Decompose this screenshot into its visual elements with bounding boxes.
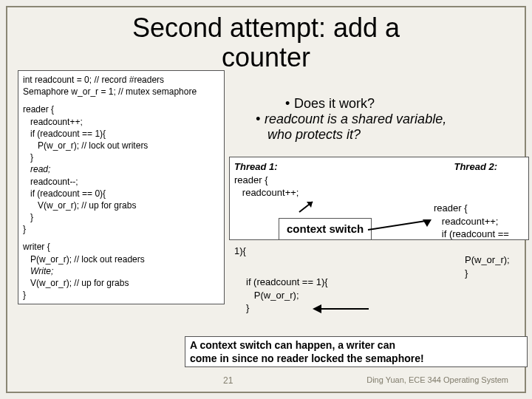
- thread-2-label: Thread 2:: [454, 160, 497, 174]
- slide-frame: Second attempt: add a counter int readco…: [6, 6, 526, 393]
- code-line: }: [23, 289, 219, 301]
- question-2b: who protects it?: [267, 127, 532, 143]
- footer-attribution: Ding Yuan, ECE 344 Operating System: [366, 375, 508, 384]
- svg-marker-3: [423, 219, 432, 227]
- slide-title: Second attempt: add a counter: [7, 7, 525, 72]
- t1-line: }: [246, 301, 328, 315]
- code-line: readcount--;: [23, 176, 219, 188]
- code-line: Write;: [23, 265, 219, 277]
- t1-line: readcount++;: [234, 186, 524, 200]
- thread-2-cont: P(w_or_r); }: [465, 253, 510, 279]
- t2-line: if (readcount ==: [434, 228, 509, 241]
- code-line: read;: [23, 163, 219, 175]
- code-line: if (readcount == 1){: [23, 128, 219, 140]
- thread-2-block: reader { readcount++; if (readcount ==: [434, 202, 509, 241]
- code-line: P(w_or_r); // lock out writers: [23, 140, 219, 151]
- moral-line-2: come in since no reader locked the semap…: [190, 352, 522, 366]
- context-switch-box: context switch: [279, 218, 372, 240]
- code-line: int readcount = 0; // record #readers: [23, 74, 219, 86]
- code-line: if (readcount == 0){: [23, 188, 219, 200]
- code-line: }: [23, 223, 219, 235]
- t2-line: P(w_or_r);: [465, 253, 510, 267]
- writer-head: writer {: [23, 241, 219, 253]
- svg-marker-1: [307, 202, 313, 208]
- code-line: P(w_or_r); // lock out readers: [23, 253, 219, 265]
- t1-line: if (readcount == 1){: [246, 276, 328, 289]
- t1-fragment: 1){: [234, 245, 246, 258]
- t2-line: reader {: [434, 202, 509, 215]
- t2-line: readcount++;: [434, 215, 509, 228]
- title-line-1: Second attempt: add a: [132, 13, 400, 43]
- t1-line: P(w_or_r);: [246, 289, 328, 302]
- arrow-icon: [366, 219, 433, 240]
- page-number: 21: [223, 375, 233, 386]
- code-line: }: [23, 151, 219, 163]
- thread-1-cont: if (readcount == 1){ P(w_or_r); }: [246, 276, 328, 315]
- code-line: V(w_or_r); // up for grabs: [23, 277, 219, 289]
- question-2a: readcount is a shared variable,: [253, 112, 532, 127]
- thread-trace-box: Thread 1: Thread 2: reader { readcount++…: [229, 157, 529, 240]
- moral-box: A context switch can happen, a writer ca…: [185, 336, 528, 367]
- t2-line: }: [465, 267, 510, 280]
- code-line: V(w_or_r); // up for grabs: [23, 200, 219, 211]
- thread-1-label: Thread 1:: [234, 161, 278, 172]
- moral-line-1: A context switch can happen, a writer ca…: [190, 339, 522, 352]
- code-line: readcount++;: [23, 116, 219, 128]
- t1-line: reader {: [234, 174, 524, 187]
- questions-block: Does it work? readcount is a shared vari…: [235, 96, 532, 143]
- reader-head: reader {: [23, 103, 219, 115]
- title-line-2: counter: [222, 42, 310, 72]
- code-line: }: [23, 211, 219, 223]
- question-1: Does it work?: [282, 96, 532, 112]
- svg-line-0: [299, 202, 313, 212]
- code-line: Semaphore w_or_r = 1; // mutex semaphore: [23, 86, 219, 98]
- arrow-icon: [296, 197, 317, 215]
- left-code-box: int readcount = 0; // record #readers Se…: [18, 70, 225, 304]
- svg-line-2: [368, 221, 426, 230]
